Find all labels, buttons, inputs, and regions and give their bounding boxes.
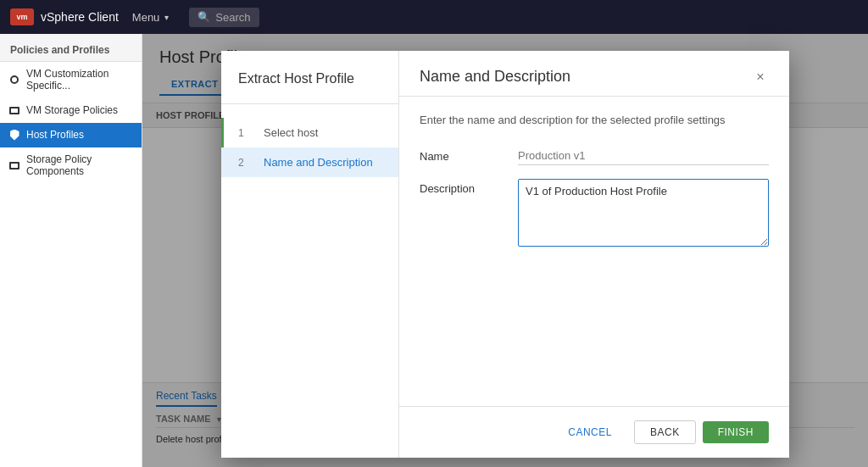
search-placeholder-text: Search — [215, 11, 250, 24]
sidebar-label-vm-customization: VM Customization Specific... — [26, 68, 133, 92]
cancel-button[interactable]: CANCEL — [553, 421, 627, 443]
wizard-right-body: Enter the name and description for the s… — [399, 97, 789, 406]
wizard-step-name-description[interactable]: 2 Name and Description — [221, 147, 398, 177]
wizard-left-panel: Extract Host Profile 1 Select host 2 Nam… — [221, 51, 399, 458]
wizard-panel-title: Name and Description — [420, 68, 570, 86]
wizard-right-header: Name and Description × — [399, 51, 789, 97]
modal-backdrop: Extract Host Profile 1 Select host 2 Nam… — [142, 34, 868, 467]
app-logo: vm vSphere Client — [10, 8, 119, 25]
finish-button[interactable]: FINISH — [703, 421, 769, 443]
form-row-name: Name — [420, 147, 769, 165]
close-button[interactable]: × — [752, 69, 769, 86]
circle-icon — [8, 74, 20, 86]
back-button[interactable]: BACK — [634, 420, 696, 444]
step-label-select-host: Select host — [264, 126, 318, 139]
wizard-steps: 1 Select host 2 Name and Description — [221, 104, 398, 191]
name-input[interactable] — [518, 147, 769, 165]
form-row-description: Description V1 of Production Host Profil… — [420, 179, 769, 247]
modal-container: Extract Host Profile 1 Select host 2 Nam… — [221, 51, 789, 458]
wizard-title: Extract Host Profile — [221, 51, 398, 104]
menu-button[interactable]: Menu ▾ — [132, 11, 170, 24]
sidebar-section-title: Policies and Profiles — [0, 34, 142, 62]
sidebar-item-host-profiles[interactable]: Host Profiles — [0, 123, 142, 147]
sidebar-item-vm-storage[interactable]: VM Storage Policies — [0, 98, 142, 123]
step-number-2: 2 — [238, 157, 255, 169]
step-number-1: 1 — [238, 127, 255, 139]
wizard-footer: CANCEL BACK FINISH — [399, 406, 789, 458]
search-bar[interactable]: 🔍 Search — [189, 8, 259, 27]
wizard-description: Enter the name and description for the s… — [420, 114, 769, 126]
description-label: Description — [420, 179, 504, 195]
main-layout: Policies and Profiles VM Customization S… — [0, 34, 868, 467]
sidebar-item-vm-customization[interactable]: VM Customization Specific... — [0, 62, 142, 98]
wizard-right-panel: Name and Description × Enter the name an… — [399, 51, 789, 458]
sidebar-item-storage-policy[interactable]: Storage Policy Components — [0, 147, 142, 184]
vm-logo-icon: vm — [10, 8, 34, 25]
step-label-name-description: Name and Description — [264, 156, 373, 169]
step-active-bar — [221, 118, 224, 147]
content-area: Host Profiles Extract Host Profile Impor… — [142, 34, 868, 467]
sidebar-label-storage-policy: Storage Policy Components — [26, 153, 133, 177]
sidebar-label-vm-storage: VM Storage Policies — [26, 104, 118, 116]
sidebar-label-host-profiles: Host Profiles — [26, 129, 84, 141]
app-name: vSphere Client — [41, 10, 119, 24]
storage-icon — [8, 159, 20, 171]
wizard-step-select-host[interactable]: 1 Select host — [221, 118, 398, 147]
search-icon: 🔍 — [198, 11, 210, 23]
description-textarea[interactable]: V1 of Production Host Profile — [518, 179, 769, 247]
chevron-down-icon: ▾ — [164, 13, 169, 22]
topnav: vm vSphere Client Menu ▾ 🔍 Search — [0, 0, 868, 34]
rect-icon — [8, 104, 20, 116]
name-label: Name — [420, 147, 504, 163]
sidebar: Policies and Profiles VM Customization S… — [0, 34, 142, 467]
shield-icon — [8, 129, 20, 141]
